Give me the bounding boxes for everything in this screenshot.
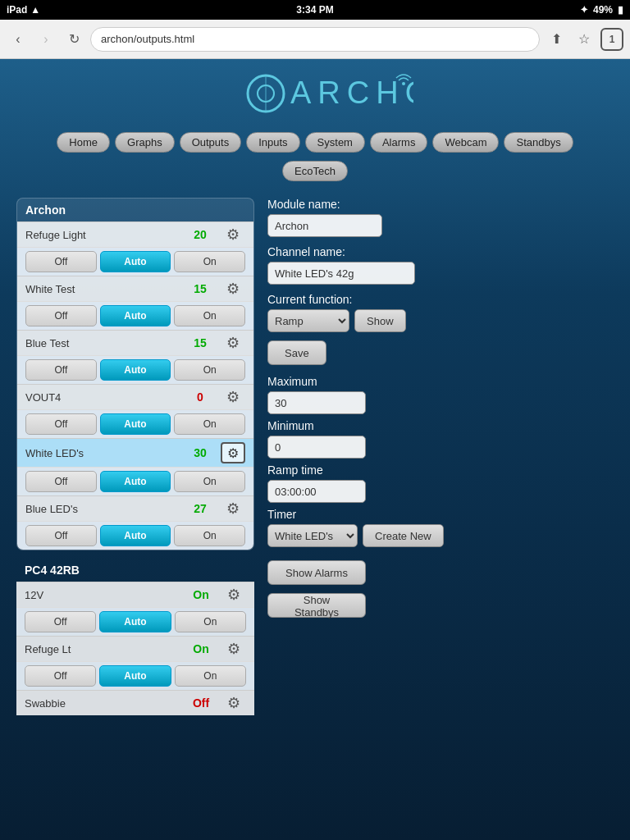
ctrl-auto[interactable]: Auto [100, 413, 171, 435]
gear-icon[interactable]: ⚙ [221, 280, 245, 298]
device-row: VOUT4 0 ⚙ [17, 384, 253, 409]
gear-icon[interactable]: ⚙ [221, 334, 245, 352]
maximum-input[interactable] [267, 391, 366, 414]
nav-inputs[interactable]: Inputs [246, 132, 299, 153]
wifi-icon: ▲ [30, 4, 40, 16]
ctrl-off[interactable]: Off [25, 611, 96, 632]
ctrl-on[interactable]: On [175, 665, 246, 687]
save-button[interactable]: Save [267, 340, 326, 365]
ctrl-on[interactable]: On [174, 251, 245, 272]
ctrl-on[interactable]: On [174, 305, 245, 326]
main-content: Archon Refuge Light 20 ⚙ Off Auto On Whi… [0, 189, 630, 724]
back-button[interactable]: ‹ [7, 28, 30, 51]
gear-icon[interactable]: ⚙ [221, 500, 245, 518]
ctrl-on[interactable]: On [174, 359, 245, 381]
ctrl-auto[interactable]: Auto [99, 665, 171, 687]
ctrl-off[interactable]: Off [25, 359, 97, 381]
ctrl-on[interactable]: On [174, 525, 245, 546]
show-standbys-button[interactable]: Show Standbys [267, 593, 366, 618]
device-row: Blue LED's 27 ⚙ [17, 495, 253, 521]
ctrl-auto[interactable]: Auto [100, 359, 171, 381]
device-value: 15 [180, 282, 221, 295]
share-button[interactable]: ⬆ [545, 28, 568, 51]
control-row: Off Auto On [17, 409, 253, 438]
reload-button[interactable]: ↻ [62, 28, 85, 51]
show-button[interactable]: Show [354, 309, 406, 332]
ctrl-auto[interactable]: Auto [100, 305, 171, 326]
current-function-label: Current function: [267, 293, 614, 306]
device-name: Refuge Light [25, 229, 180, 241]
device-row-selected: White LED's 30 ⚙ [17, 438, 253, 467]
timer-row: White LED's Blue LED's Refuge Light Crea… [267, 524, 614, 547]
gear-icon[interactable]: ⚙ [221, 226, 245, 244]
device-value: Off [180, 696, 221, 710]
channel-name-input[interactable] [267, 262, 415, 285]
nav-ecotech[interactable]: EcoTech [282, 161, 348, 181]
device-name: VOUT4 [25, 391, 180, 404]
logo-area: ARCHON [0, 59, 630, 127]
ramp-time-input[interactable] [267, 480, 366, 503]
nav-system[interactable]: System [305, 132, 365, 153]
tab-count[interactable]: 1 [600, 28, 623, 51]
ctrl-auto[interactable]: Auto [100, 525, 171, 546]
ctrl-on[interactable]: On [174, 413, 245, 435]
device-name: Blue LED's [25, 503, 180, 515]
gear-icon[interactable]: ⚙ [221, 586, 246, 604]
nav-graphs[interactable]: Graphs [115, 132, 175, 153]
device-row: 12V On ⚙ [16, 582, 254, 607]
create-new-button[interactable]: Create New [363, 524, 444, 547]
gear-icon[interactable]: ⚙ [221, 388, 245, 406]
carrier-label: iPad [7, 4, 27, 16]
svg-text:ARCHON: ARCHON [290, 75, 413, 110]
ctrl-auto[interactable]: Auto [99, 611, 171, 632]
device-name: White Test [25, 283, 180, 295]
ctrl-off[interactable]: Off [25, 525, 97, 546]
address-input[interactable] [90, 27, 540, 52]
ctrl-off[interactable]: Off [25, 413, 97, 435]
gear-icon[interactable]: ⚙ [221, 694, 246, 712]
show-alarms-button[interactable]: Show Alarms [267, 560, 366, 585]
device-value: 27 [180, 502, 221, 515]
ctrl-off[interactable]: Off [25, 305, 97, 326]
status-bar: iPad ▲ 3:34 PM ✦ 49% ▮ [0, 0, 630, 20]
ctrl-on[interactable]: On [174, 471, 245, 492]
battery-icon: ▮ [618, 4, 623, 16]
nav-home[interactable]: Home [57, 132, 110, 153]
device-name: White LED's [25, 447, 180, 459]
nav-standbys[interactable]: Standbys [504, 132, 573, 153]
archon-title: Archon [17, 199, 253, 221]
ctrl-off[interactable]: Off [25, 471, 97, 492]
bookmark-button[interactable]: ☆ [573, 28, 596, 51]
ctrl-off[interactable]: Off [25, 665, 96, 687]
control-row: Off Auto On [17, 355, 253, 384]
ecotech-nav: EcoTech [0, 158, 630, 189]
gear-icon[interactable]: ⚙ [221, 640, 246, 658]
ctrl-on[interactable]: On [175, 611, 246, 632]
right-panel: Module name: Channel name: Current funct… [267, 198, 614, 715]
archon-section: Archon Refuge Light 20 ⚙ Off Auto On Whi… [16, 198, 254, 550]
left-panel: Archon Refuge Light 20 ⚙ Off Auto On Whi… [16, 198, 254, 715]
timer-select[interactable]: White LED's Blue LED's Refuge Light [267, 524, 358, 547]
device-value: 15 [180, 336, 221, 349]
device-row: Refuge Lt On ⚙ [16, 636, 254, 661]
minimum-input[interactable] [267, 436, 366, 459]
ramp-time-label: Ramp time [267, 463, 614, 477]
control-row: Off Auto On [16, 607, 254, 636]
pc4-section: PC4 42RB 12V On ⚙ Off Auto On Refuge Lt … [16, 559, 254, 715]
ctrl-off[interactable]: Off [25, 251, 97, 272]
device-name: 12V [25, 589, 180, 601]
page-background: ARCHON Home Graphs Outputs Inputs System… [0, 59, 630, 840]
nav-outputs[interactable]: Outputs [180, 132, 242, 153]
ctrl-auto[interactable]: Auto [100, 471, 171, 492]
nav-webcam[interactable]: Webcam [432, 132, 499, 153]
battery-label: 49% [593, 4, 613, 16]
ctrl-auto[interactable]: Auto [100, 251, 171, 272]
forward-button[interactable]: › [34, 28, 57, 51]
function-select[interactable]: Ramp Sine Fixed Lunar [267, 309, 349, 332]
nav-alarms[interactable]: Alarms [370, 132, 427, 153]
gear-icon-selected[interactable]: ⚙ [221, 442, 245, 463]
function-row: Ramp Sine Fixed Lunar Show [267, 309, 614, 332]
module-name-input[interactable] [267, 214, 382, 237]
control-row: Off Auto On [17, 521, 253, 550]
device-value: On [180, 642, 221, 655]
